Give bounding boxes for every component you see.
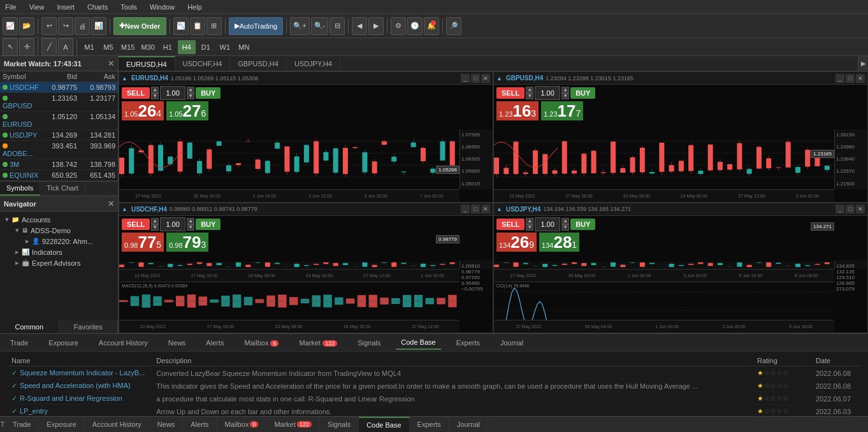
tab-tick-chart[interactable]: Tick Chart (40, 182, 85, 196)
sell-button[interactable]: SELL (496, 219, 524, 230)
new-chart-btn[interactable]: 📈 (3, 17, 18, 35)
nav-item[interactable]: ▾ 🖥 ADSS-Demo (3, 225, 115, 236)
terminal-tab-mailbox[interactable]: Mailbox 6 (239, 336, 284, 349)
market-watch-close[interactable]: ✕ (108, 59, 114, 68)
lot-up-arrow[interactable]: ▲ (151, 87, 159, 93)
chart-tab-usdjpy[interactable]: USDJPY,H4 (287, 56, 340, 71)
buy-button[interactable]: BUY (196, 87, 221, 99)
market-watch-row[interactable]: USDCHF 0.98775 0.98793 (0, 82, 118, 93)
bottom-tab-exposure[interactable]: Exposure (39, 417, 84, 432)
forward-btn[interactable]: ▶ (368, 17, 384, 35)
menu-view[interactable]: View (27, 2, 47, 12)
history-btn[interactable]: 🕒 (407, 17, 423, 35)
chart-minimize-btn[interactable]: _ (835, 74, 844, 83)
chart-maximize-btn[interactable]: □ (846, 205, 855, 213)
bottom-tab-journal[interactable]: Journal (449, 417, 488, 432)
terminal-tab-alerts[interactable]: Alerts (201, 336, 229, 349)
undo-btn[interactable]: ↩ (41, 17, 57, 35)
bottom-tab-alerts[interactable]: Alerts (183, 417, 217, 432)
timeframe-d1[interactable]: D1 (197, 40, 215, 54)
chart-minimize-btn[interactable]: _ (461, 205, 470, 213)
lot-up-arrow[interactable]: ▲ (526, 87, 533, 93)
lot-down-arrow[interactable]: ▼ (526, 93, 533, 99)
chart-close-btn[interactable]: ✕ (481, 74, 490, 83)
nav-item[interactable]: ▸ 🤖 Expert Advisors (3, 257, 115, 268)
chart-maximize-btn[interactable]: □ (471, 205, 480, 213)
bottom-tab-codebase[interactable]: Code Base (359, 417, 409, 432)
buy-button[interactable]: BUY (570, 87, 595, 99)
back-btn[interactable]: ◀ (352, 17, 367, 35)
nav-tab-common[interactable]: Common (0, 320, 59, 333)
text-tool-btn[interactable]: A (58, 38, 73, 56)
settings-btn[interactable]: ⚙ (391, 17, 406, 35)
chart-close-btn[interactable]: ✕ (856, 74, 865, 83)
bottom-tab-mailbox[interactable]: Mailbox 6 (217, 417, 266, 432)
sell-button[interactable]: SELL (496, 87, 524, 99)
chart-eurusd_h4[interactable]: ▲ EURUSD,H4 1.05196 1.05269 1.05115 1.05… (119, 71, 493, 203)
chart-tab-scroll[interactable]: ▶ (858, 56, 868, 71)
menu-window[interactable]: Window (147, 2, 177, 12)
menu-tools[interactable]: Tools (118, 2, 140, 12)
terminal-vertical-label[interactable]: T (0, 421, 5, 428)
search-btn[interactable]: 🔎 (446, 17, 461, 35)
timeframe-m5[interactable]: M5 (99, 40, 117, 54)
sell-button[interactable]: SELL (122, 219, 150, 230)
lot-up-arrow[interactable]: ▲ (151, 218, 159, 224)
zoom-out-btn[interactable]: 🔍- (311, 17, 329, 35)
chart-close-btn[interactable]: ✕ (481, 205, 490, 213)
chart-usdchf_h4[interactable]: ▲ USDCHF,H4 0.98860 0.98911 0.98741 0.98… (119, 203, 493, 334)
nav-item[interactable]: ▾ 📁 Accounts (3, 214, 115, 225)
bottom-tab-experts[interactable]: Experts (410, 417, 449, 432)
timeframe-m1[interactable]: M1 (80, 40, 98, 54)
terminal-tab-market[interactable]: Market 122 (294, 336, 342, 349)
tab-symbols[interactable]: Symbols (0, 182, 40, 196)
chart-close-btn[interactable]: ✕ (856, 205, 865, 213)
timeframe-h1[interactable]: H1 (159, 40, 177, 54)
bottom-tab-news[interactable]: News (150, 417, 184, 432)
bottom-tab-signals[interactable]: Signals (320, 417, 359, 432)
redo-btn[interactable]: ↪ (58, 17, 73, 35)
timeframe-m15[interactable]: M15 (119, 40, 137, 54)
chart-tab-usdchf[interactable]: USDCHF,H4 (175, 56, 231, 71)
chart-area[interactable] (119, 261, 459, 270)
terminal-row[interactable]: ✓R-Squard and Linear Regression a proced… (6, 393, 862, 405)
menu-help[interactable]: Help (185, 2, 205, 12)
terminal-tab-experts[interactable]: Experts (451, 336, 485, 349)
open-btn[interactable]: 📂 (19, 17, 34, 35)
chart-maximize-btn[interactable]: □ (471, 74, 480, 83)
crosshair-btn[interactable]: ✛ (19, 38, 34, 56)
menu-insert[interactable]: Insert (54, 2, 77, 12)
chart-window-btn[interactable]: ⊟ (329, 17, 345, 35)
chart-area[interactable] (119, 129, 459, 189)
market-watch-row[interactable]: USDJPY 134.269 134.281 (0, 130, 118, 141)
line-tool-btn[interactable]: ╱ (41, 38, 57, 56)
lot-input[interactable] (160, 217, 185, 231)
sell-button[interactable]: SELL (122, 87, 150, 99)
lot-down-arrow2[interactable]: ▼ (561, 224, 569, 231)
lot-up-arrow[interactable]: ▲ (526, 218, 533, 224)
terminal-tab-news[interactable]: News (163, 336, 191, 349)
lot-down-arrow[interactable]: ▼ (151, 224, 159, 231)
buy-button[interactable]: BUY (196, 219, 221, 230)
lot-input[interactable] (160, 86, 185, 100)
lot-input[interactable] (535, 217, 560, 231)
terminal-tab-codebase[interactable]: Code Base (396, 336, 440, 350)
timeframe-h4[interactable]: H4 (178, 40, 196, 54)
terminal-tab-trade[interactable]: Trade (5, 336, 33, 349)
market-watch-row[interactable]: GBPUSD 1.23163 1.23177 (0, 93, 118, 112)
print-btn[interactable]: 🖨 (75, 17, 90, 35)
market-watch-row[interactable]: EURUSD 1.05120 1.05134 (0, 112, 118, 130)
lot-down-arrow[interactable]: ▼ (151, 93, 159, 99)
market-watch-row[interactable]: 3M 138.742 138.798 (0, 159, 118, 170)
lot-down-arrow2[interactable]: ▼ (561, 93, 569, 99)
alert-btn[interactable]: 🔔 (424, 17, 439, 35)
terminal-tab-journal[interactable]: Journal (495, 336, 528, 349)
chart-minimize-btn[interactable]: _ (835, 205, 844, 213)
terminal-tab-exposure[interactable]: Exposure (43, 336, 83, 349)
chart-usdjpy_h4[interactable]: ▲ USDJPY,H4 134.194 134.339 134.165 134.… (493, 203, 868, 334)
terminal-row[interactable]: ✓Squeeze Momentum Indicator - LazyB... C… (6, 368, 862, 379)
lot-up-arrow2[interactable]: ▲ (187, 87, 194, 93)
chart-area[interactable] (494, 129, 834, 189)
zoom-in-btn[interactable]: 🔍+ (290, 17, 309, 35)
timeframe-m30[interactable]: M30 (138, 40, 157, 54)
